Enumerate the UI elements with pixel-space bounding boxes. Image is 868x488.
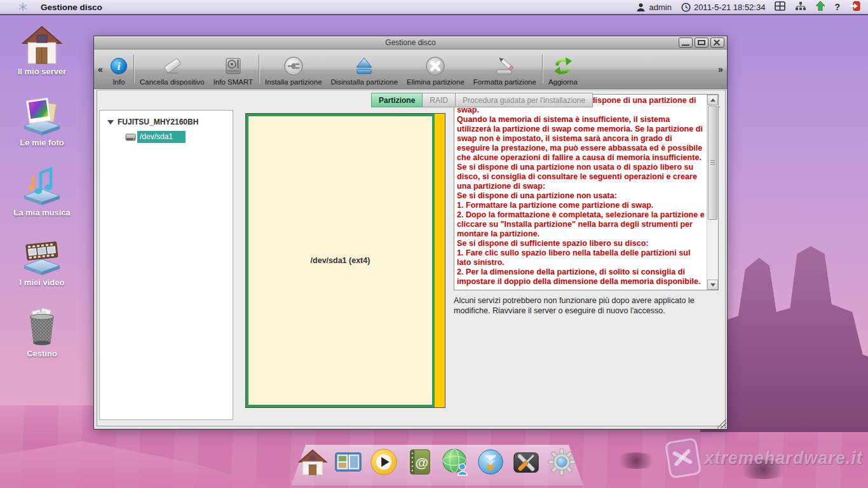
clock: 2011-5-21 18:52:34 <box>681 3 766 12</box>
device-tree-panel: FUJITSU_MHY2160BH /dev/sda1 <box>99 110 233 420</box>
top-menu-bar: Gestione disco admin 2011-5-21 18:52:34 … <box>0 0 868 15</box>
dock-settings-icon[interactable] <box>547 447 576 477</box>
toolbar-erase-device-button[interactable]: Cancella dispositivo <box>135 50 209 88</box>
toolbar-button-label: Info <box>112 78 125 86</box>
window-title: Gestione disco <box>385 38 435 47</box>
toolbar-button-label: Aggiorna <box>548 78 578 86</box>
maximize-button[interactable] <box>695 37 709 48</box>
desktop-icon-label: I miei video <box>20 278 65 287</box>
tab-installation-wizard[interactable]: Procedura guidata per l'installazione <box>456 93 593 107</box>
scroll-up-icon <box>710 98 715 102</box>
desktop-icon-my-photos[interactable]: Le mie foto <box>9 95 75 147</box>
desktop-icon-label: Le mie foto <box>20 139 64 147</box>
dock-network-places-icon[interactable] <box>440 447 470 477</box>
toolbar-button-label: Formatta partizione <box>473 78 536 86</box>
service-note-text: Alcuni servizi potrebbero non funzionare… <box>454 295 723 316</box>
clock-icon <box>681 3 691 12</box>
partition-block-sda1[interactable]: /dev/sda1 (ext4) <box>246 114 435 407</box>
toolbar-button-label: Installa partizione <box>265 78 322 86</box>
toolbar-overflow-right-icon[interactable]: » <box>715 50 726 88</box>
delete-circle-icon <box>425 55 445 78</box>
desktop-icon-trash[interactable]: Cestino <box>9 305 75 358</box>
eject-icon <box>354 55 374 78</box>
scroll-down-icon <box>710 283 715 287</box>
toolbar-button-label: Info SMART <box>214 78 253 86</box>
taskbar-app-title[interactable]: Gestione disco <box>41 3 102 12</box>
minimize-button[interactable] <box>679 37 693 48</box>
eraser-icon <box>161 55 184 78</box>
dock-contacts-icon[interactable]: @ <box>405 447 434 477</box>
desktop-icon-my-videos[interactable]: I miei video <box>9 235 75 287</box>
scrollbar[interactable] <box>707 95 718 290</box>
dock-media-player-icon[interactable] <box>369 447 398 477</box>
tree-device-node[interactable]: FUJITSU_MHY2160BH <box>107 118 233 126</box>
hard-drive-icon <box>224 55 243 78</box>
partition-block-label: /dev/sda1 (ext4) <box>311 256 370 265</box>
svg-text:i: i <box>118 60 121 72</box>
mount-plug-icon <box>283 55 304 78</box>
logout-icon[interactable] <box>850 1 860 13</box>
app-logo-icon[interactable] <box>18 2 28 12</box>
dock-home-icon[interactable] <box>298 447 327 477</box>
desktop-grid-icon[interactable] <box>775 1 785 13</box>
disk-icon <box>125 133 136 142</box>
home-icon <box>21 25 63 65</box>
background-bush <box>614 452 658 469</box>
swap-notice-box: La configurazione del sistema non dispon… <box>454 94 719 290</box>
toolbar-button-label: Elimina partizione <box>407 78 465 86</box>
disk-management-window: Gestione disco « i Info <box>93 36 728 430</box>
device-name: FUJITSU_MHY2160BH <box>118 118 198 126</box>
toolbar-overflow-left-icon[interactable]: « <box>95 50 105 88</box>
toolbar-mount-partition-button[interactable]: Installa partizione <box>261 50 327 88</box>
toolbar-refresh-button[interactable]: Aggiorna <box>544 50 582 88</box>
partition-bar: /dev/sda1 (ext4) <box>245 113 445 408</box>
info-icon: i <box>110 55 128 78</box>
workgroup-icon[interactable] <box>795 2 806 13</box>
music-icon <box>21 165 63 206</box>
watermark-text: xtremehardware.it <box>704 449 863 468</box>
desktop-icon-label: Il mio server <box>18 67 67 76</box>
dock: @ <box>291 445 583 485</box>
toolbar-info-button[interactable]: i Info <box>105 50 132 88</box>
desktop-icon-my-music[interactable]: La mia musica <box>9 165 75 217</box>
free-space-block[interactable] <box>435 114 445 407</box>
tab-partizione[interactable]: Partizione <box>371 93 423 107</box>
user-menu[interactable]: admin <box>636 3 671 12</box>
toolbar-unmount-partition-button[interactable]: Disinstalla partizione <box>327 50 402 88</box>
tree-partition-node[interactable]: /dev/sda1 <box>125 131 233 143</box>
toolbar-format-partition-button[interactable]: Formatta partizione <box>469 50 541 88</box>
format-pencil-icon <box>494 55 515 78</box>
dock-photo-album-icon[interactable] <box>334 447 363 477</box>
scroll-up-button[interactable] <box>707 95 718 105</box>
window-titlebar[interactable]: Gestione disco <box>94 36 727 50</box>
upload-arrow-icon[interactable] <box>816 1 825 13</box>
tab-raid[interactable]: RAID <box>423 93 456 107</box>
datetime-label: 2011-5-21 18:52:34 <box>694 3 766 12</box>
dock-download-manager-icon[interactable] <box>476 447 505 477</box>
expand-triangle-icon <box>107 120 114 125</box>
toolbar: « i Info Cancella dispositivo <box>94 50 727 89</box>
desktop: Gestione disco admin 2011-5-21 18:52:34 … <box>0 0 868 488</box>
photos-icon <box>21 95 63 136</box>
watermark-x-logo-icon <box>665 437 702 478</box>
toolbar-smart-info-button[interactable]: Info SMART <box>209 50 257 88</box>
dock-utilities-icon[interactable] <box>512 447 541 477</box>
swap-notice-text: La configurazione del sistema non dispon… <box>457 96 705 288</box>
desktop-icon-label: Cestino <box>27 349 57 358</box>
toolbar-separator <box>542 55 543 83</box>
scroll-down-button[interactable] <box>707 280 718 290</box>
svg-text:@: @ <box>416 455 429 470</box>
toolbar-separator <box>259 55 259 83</box>
desktop-icon-my-server[interactable]: Il mio server <box>9 25 75 76</box>
videos-icon <box>21 235 63 276</box>
username-label: admin <box>649 3 671 12</box>
toolbar-separator <box>133 55 134 83</box>
watermark: xtremehardware.it <box>667 440 863 477</box>
close-button[interactable] <box>710 37 724 48</box>
help-icon[interactable]: ? <box>834 2 840 12</box>
toolbar-delete-partition-button[interactable]: Elimina partizione <box>402 50 469 88</box>
trash-icon <box>21 305 63 347</box>
scrollbar-thumb[interactable] <box>708 105 717 220</box>
refresh-icon <box>552 55 574 78</box>
partition-name-selected: /dev/sda1 <box>137 131 186 143</box>
